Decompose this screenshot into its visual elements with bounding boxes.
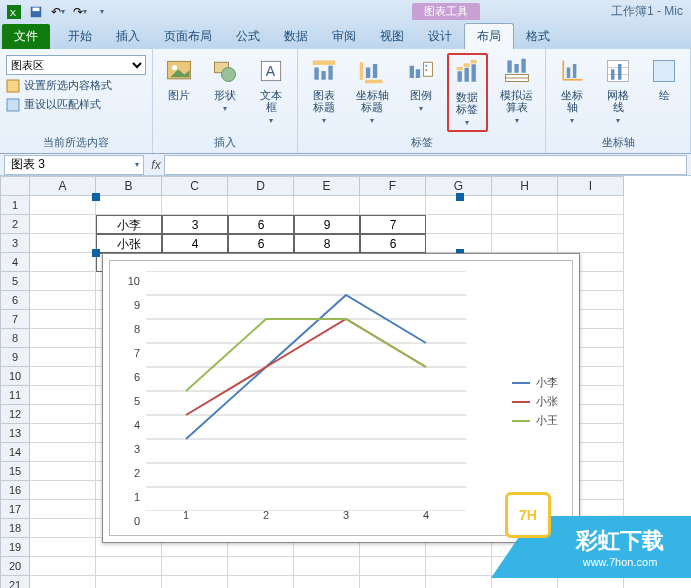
row-header[interactable]: 15: [0, 462, 30, 481]
cell[interactable]: 6: [360, 234, 426, 253]
row-header[interactable]: 13: [0, 424, 30, 443]
row-header[interactable]: 20: [0, 557, 30, 576]
cell[interactable]: [360, 196, 426, 215]
gridlines-button[interactable]: 网格线▾: [598, 53, 638, 128]
cell[interactable]: [30, 462, 96, 481]
row-header[interactable]: 19: [0, 538, 30, 557]
tab-page-layout[interactable]: 页面布局: [152, 24, 224, 49]
insert-textbox-button[interactable]: A 文本框▾: [251, 53, 291, 128]
cell[interactable]: 小李: [96, 215, 162, 234]
qat-customize-icon[interactable]: ▾: [92, 3, 112, 21]
tab-review[interactable]: 审阅: [320, 24, 368, 49]
tab-insert[interactable]: 插入: [104, 24, 152, 49]
cell[interactable]: [30, 500, 96, 519]
tab-layout[interactable]: 布局: [464, 23, 514, 49]
cell[interactable]: [30, 272, 96, 291]
column-header[interactable]: D: [228, 176, 294, 196]
selection-handle[interactable]: [456, 193, 464, 201]
chart-title-button[interactable]: 图表标题▾: [304, 53, 344, 128]
column-header[interactable]: C: [162, 176, 228, 196]
axis-title-button[interactable]: 坐标轴标题▾: [350, 53, 395, 128]
cell[interactable]: [426, 576, 492, 588]
tab-design[interactable]: 设计: [416, 24, 464, 49]
cell[interactable]: 6: [228, 215, 294, 234]
cell[interactable]: [294, 557, 360, 576]
cell[interactable]: [30, 196, 96, 215]
cell[interactable]: [492, 234, 558, 253]
row-header[interactable]: 2: [0, 215, 30, 234]
cell[interactable]: [30, 329, 96, 348]
cell[interactable]: [558, 196, 624, 215]
cell[interactable]: 9: [294, 215, 360, 234]
cell[interactable]: [162, 557, 228, 576]
tab-view[interactable]: 视图: [368, 24, 416, 49]
row-header[interactable]: 3: [0, 234, 30, 253]
cell[interactable]: 6: [228, 234, 294, 253]
column-header[interactable]: H: [492, 176, 558, 196]
cell[interactable]: 8: [294, 234, 360, 253]
data-table-button[interactable]: 模拟运算表▾: [494, 53, 539, 128]
column-header[interactable]: A: [30, 176, 96, 196]
row-header[interactable]: 7: [0, 310, 30, 329]
data-labels-button[interactable]: 数据标签▾: [447, 53, 488, 132]
cell[interactable]: [30, 253, 96, 272]
chart-area[interactable]: 012345678910 1234 小李小张小王: [109, 260, 573, 536]
cell[interactable]: [294, 576, 360, 588]
chart-element-selector[interactable]: 图表区: [6, 55, 146, 75]
cell[interactable]: [228, 576, 294, 588]
column-header[interactable]: I: [558, 176, 624, 196]
cell[interactable]: [30, 576, 96, 588]
tab-home[interactable]: 开始: [56, 24, 104, 49]
cell[interactable]: [30, 310, 96, 329]
cell[interactable]: [30, 481, 96, 500]
cell[interactable]: [492, 215, 558, 234]
cell[interactable]: [426, 215, 492, 234]
fx-icon[interactable]: fx: [148, 158, 164, 172]
cell[interactable]: [30, 386, 96, 405]
cell[interactable]: [30, 405, 96, 424]
cell[interactable]: [30, 215, 96, 234]
cell[interactable]: [558, 215, 624, 234]
cell[interactable]: 小张: [96, 234, 162, 253]
save-icon[interactable]: [26, 3, 46, 21]
undo-icon[interactable]: ↶▾: [48, 3, 68, 21]
row-header[interactable]: 4: [0, 253, 30, 272]
cell[interactable]: [426, 557, 492, 576]
cell[interactable]: [30, 291, 96, 310]
cell[interactable]: [360, 576, 426, 588]
cell[interactable]: [30, 424, 96, 443]
cell[interactable]: [162, 576, 228, 588]
selection-handle[interactable]: [92, 249, 100, 257]
row-header[interactable]: 1: [0, 196, 30, 215]
row-header[interactable]: 10: [0, 367, 30, 386]
column-header[interactable]: E: [294, 176, 360, 196]
select-all-corner[interactable]: [0, 176, 30, 196]
tab-formulas[interactable]: 公式: [224, 24, 272, 49]
cell[interactable]: [162, 196, 228, 215]
cell[interactable]: [228, 557, 294, 576]
row-header[interactable]: 18: [0, 519, 30, 538]
cell[interactable]: [96, 557, 162, 576]
cell[interactable]: [294, 196, 360, 215]
cell[interactable]: [30, 538, 96, 557]
cell[interactable]: 7: [360, 215, 426, 234]
row-header[interactable]: 6: [0, 291, 30, 310]
cell[interactable]: [96, 196, 162, 215]
name-box[interactable]: 图表 3▾: [4, 155, 144, 175]
column-header[interactable]: F: [360, 176, 426, 196]
cell[interactable]: [558, 234, 624, 253]
cell[interactable]: [228, 196, 294, 215]
cell[interactable]: [492, 196, 558, 215]
legend-button[interactable]: 图例▾: [401, 53, 441, 116]
row-header[interactable]: 14: [0, 443, 30, 462]
tab-file[interactable]: 文件: [2, 24, 50, 49]
cell[interactable]: [30, 367, 96, 386]
cell[interactable]: [30, 519, 96, 538]
row-header[interactable]: 8: [0, 329, 30, 348]
cell[interactable]: [96, 576, 162, 588]
row-header[interactable]: 21: [0, 576, 30, 588]
format-selection-button[interactable]: 设置所选内容格式: [6, 76, 146, 95]
tab-data[interactable]: 数据: [272, 24, 320, 49]
column-header[interactable]: B: [96, 176, 162, 196]
row-header[interactable]: 11: [0, 386, 30, 405]
